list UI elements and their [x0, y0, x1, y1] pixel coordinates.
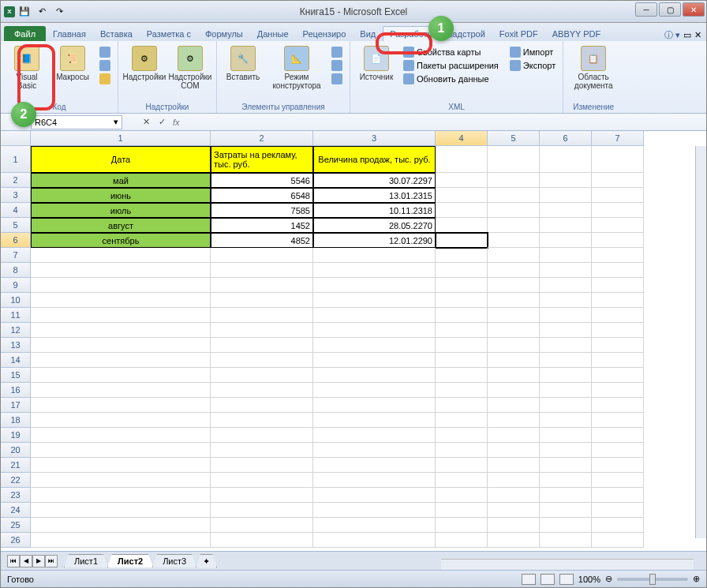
- cell-20-1[interactable]: [31, 443, 211, 458]
- doc-min-icon[interactable]: ▭: [683, 30, 691, 40]
- cell-20-6[interactable]: [540, 443, 592, 458]
- cell-21-4[interactable]: [436, 458, 488, 473]
- zoom-out-button[interactable]: ⊖: [605, 574, 612, 584]
- cell-4-2[interactable]: 7585: [211, 203, 313, 218]
- cell-24-5[interactable]: [488, 503, 540, 518]
- minimize-button[interactable]: ─: [635, 2, 657, 17]
- cell-14-2[interactable]: [211, 353, 313, 368]
- cell-13-4[interactable]: [436, 338, 488, 353]
- cell-24-2[interactable]: [211, 503, 313, 518]
- cell-19-5[interactable]: [488, 428, 540, 443]
- cell-2-4[interactable]: [436, 173, 488, 188]
- row-header-14[interactable]: 14: [1, 353, 31, 368]
- cell-9-6[interactable]: [540, 278, 592, 293]
- col-header-1[interactable]: 1: [31, 131, 211, 146]
- cell-3-6[interactable]: [540, 188, 592, 203]
- refresh-data-button[interactable]: Обновить данные: [401, 73, 501, 85]
- cell-10-5[interactable]: [488, 293, 540, 308]
- row-header-5[interactable]: 5: [1, 218, 31, 233]
- cell-17-5[interactable]: [488, 398, 540, 413]
- cell-22-1[interactable]: [31, 473, 211, 488]
- cell-20-5[interactable]: [488, 443, 540, 458]
- cell-3-1[interactable]: июнь: [31, 188, 211, 203]
- row-header-22[interactable]: 22: [1, 473, 31, 488]
- cell-10-3[interactable]: [313, 293, 436, 308]
- row-header-26[interactable]: 26: [1, 533, 31, 548]
- cell-18-5[interactable]: [488, 413, 540, 428]
- cell-21-1[interactable]: [31, 458, 211, 473]
- cell-15-5[interactable]: [488, 368, 540, 383]
- cell-12-5[interactable]: [488, 323, 540, 338]
- cell-2-7[interactable]: [592, 173, 644, 188]
- properties-button[interactable]: [329, 46, 345, 58]
- dropdown-icon[interactable]: ▾: [114, 117, 118, 127]
- cell-12-7[interactable]: [592, 323, 644, 338]
- row-header-21[interactable]: 21: [1, 458, 31, 473]
- cell-8-6[interactable]: [540, 263, 592, 278]
- row-header-8[interactable]: 8: [1, 263, 31, 278]
- cell-6-1[interactable]: сентябрь: [31, 233, 211, 248]
- cell-23-2[interactable]: [211, 488, 313, 503]
- tab-formulas[interactable]: Формулы: [198, 26, 250, 41]
- cell-25-4[interactable]: [436, 518, 488, 533]
- cell-2-5[interactable]: [488, 173, 540, 188]
- cell-1-6[interactable]: [540, 146, 592, 173]
- cell-4-5[interactable]: [488, 203, 540, 218]
- cell-25-1[interactable]: [31, 518, 211, 533]
- col-header-2[interactable]: 2: [211, 131, 313, 146]
- cell-9-1[interactable]: [31, 278, 211, 293]
- cell-19-7[interactable]: [592, 428, 644, 443]
- sheet-tab-1[interactable]: Лист1: [64, 554, 108, 567]
- cell-5-2[interactable]: 1452: [211, 218, 313, 233]
- cell-16-3[interactable]: [313, 383, 436, 398]
- row-header-19[interactable]: 19: [1, 428, 31, 443]
- cell-12-3[interactable]: [313, 323, 436, 338]
- cell-16-1[interactable]: [31, 383, 211, 398]
- cell-2-3[interactable]: 30.07.2297: [313, 173, 436, 188]
- cell-24-7[interactable]: [592, 503, 644, 518]
- new-sheet-button[interactable]: ✦: [196, 554, 217, 568]
- undo-button[interactable]: ↶: [34, 4, 50, 20]
- cell-23-3[interactable]: [313, 488, 436, 503]
- row-header-3[interactable]: 3: [1, 188, 31, 203]
- cell-1-7[interactable]: [592, 146, 644, 173]
- cell-11-4[interactable]: [436, 308, 488, 323]
- cell-14-7[interactable]: [592, 353, 644, 368]
- cell-15-2[interactable]: [211, 368, 313, 383]
- cell-16-2[interactable]: [211, 383, 313, 398]
- cell-17-4[interactable]: [436, 398, 488, 413]
- cell-13-6[interactable]: [540, 338, 592, 353]
- relative-refs-button[interactable]: [97, 59, 113, 72]
- cell-8-3[interactable]: [313, 263, 436, 278]
- cell-23-1[interactable]: [31, 488, 211, 503]
- cell-17-1[interactable]: [31, 398, 211, 413]
- cell-10-2[interactable]: [211, 293, 313, 308]
- cell-16-7[interactable]: [592, 383, 644, 398]
- row-header-18[interactable]: 18: [1, 413, 31, 428]
- cell-22-6[interactable]: [540, 473, 592, 488]
- cell-18-1[interactable]: [31, 413, 211, 428]
- row-header-24[interactable]: 24: [1, 503, 31, 518]
- cell-12-4[interactable]: [436, 323, 488, 338]
- cell-17-2[interactable]: [211, 398, 313, 413]
- cell-13-3[interactable]: [313, 338, 436, 353]
- cell-9-7[interactable]: [592, 278, 644, 293]
- cell-11-2[interactable]: [211, 308, 313, 323]
- map-props-button[interactable]: Свойства карты: [401, 46, 501, 58]
- cell-13-7[interactable]: [592, 338, 644, 353]
- cell-19-2[interactable]: [211, 428, 313, 443]
- cell-21-6[interactable]: [540, 458, 592, 473]
- cancel-fx-button[interactable]: ✕: [138, 117, 154, 127]
- cell-15-7[interactable]: [592, 368, 644, 383]
- source-button[interactable]: 📄 Источник: [355, 44, 398, 98]
- row-header-1[interactable]: 1: [1, 146, 31, 173]
- close-button[interactable]: ✕: [683, 2, 705, 17]
- cell-7-3[interactable]: [313, 248, 436, 263]
- cell-10-4[interactable]: [436, 293, 488, 308]
- row-header-20[interactable]: 20: [1, 443, 31, 458]
- zoom-in-button[interactable]: ⊕: [693, 574, 700, 584]
- row-header-10[interactable]: 10: [1, 293, 31, 308]
- row-header-6[interactable]: 6: [1, 233, 31, 248]
- cell-18-3[interactable]: [313, 413, 436, 428]
- cell-14-5[interactable]: [488, 353, 540, 368]
